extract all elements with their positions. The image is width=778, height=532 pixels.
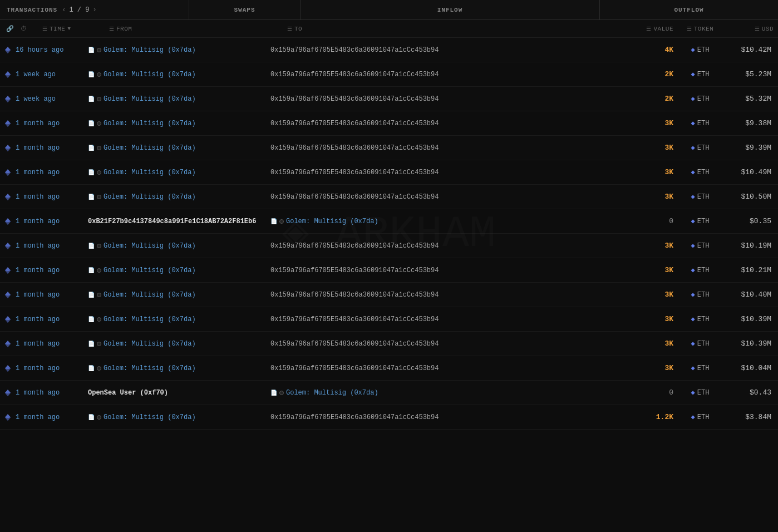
eth-token-icon: ◆ [691, 413, 695, 421]
value-amount: 3K [664, 144, 673, 152]
eth-chain-icon [0, 291, 16, 299]
transaction-token: ◆ ETH [678, 119, 722, 127]
doc-icon: 📄 [88, 71, 95, 78]
transaction-from[interactable]: 📄 Golem: Multisig (0x7da) [88, 120, 266, 127]
transaction-from[interactable]: 📄 Golem: Multisig (0x7da) [88, 169, 266, 176]
transaction-usd: $10.21M [722, 266, 778, 274]
transaction-token: ◆ ETH [678, 193, 722, 201]
transaction-to[interactable]: 0x159a796af6705E5483c6a36091047a1cCc453b… [266, 169, 639, 176]
time-subheader[interactable]: ☰ TIME ▼ [38, 26, 105, 32]
token-name: ETH [697, 267, 710, 274]
contract-dot [97, 415, 101, 420]
contract-dot [97, 48, 101, 52]
table-row[interactable]: 1 month ago OpenSea User (0xf70) 📄 Golem… [0, 381, 778, 405]
transaction-from[interactable]: 📄 Golem: Multisig (0x7da) [88, 193, 266, 201]
transaction-to[interactable]: 0x159a796af6705E5483c6a36091047a1cCc453b… [266, 144, 639, 152]
transaction-time[interactable]: 1 month ago [16, 291, 88, 299]
next-page-button[interactable]: › [92, 6, 96, 14]
transaction-to[interactable]: 0x159a796af6705E5483c6a36091047a1cCc453b… [266, 316, 639, 323]
transaction-value: 3K [639, 144, 678, 152]
transaction-time[interactable]: 1 month ago [16, 218, 88, 225]
table-row[interactable]: 1 month ago 📄 Golem: Multisig (0x7da) 0x… [0, 136, 778, 160]
transaction-time[interactable]: 1 month ago [16, 389, 88, 397]
table-row[interactable]: 1 month ago 📄 Golem: Multisig (0x7da) 0x… [0, 111, 778, 136]
transaction-usd: $9.39M [722, 144, 778, 152]
value-amount: 0 [669, 388, 673, 397]
table-row[interactable]: 1 month ago 📄 Golem: Multisig (0x7da) 0x… [0, 283, 778, 307]
transaction-time[interactable]: 1 month ago [16, 169, 88, 176]
transaction-time[interactable]: 1 month ago [16, 316, 88, 323]
transaction-time[interactable]: 1 month ago [16, 340, 88, 348]
value-subheader[interactable]: ☰ VALUE [633, 26, 678, 32]
transaction-from[interactable]: 📄 Golem: Multisig (0x7da) [88, 71, 266, 78]
table-row[interactable]: 1 month ago 0xB21F27b9c4137849c8a991Fe1C… [0, 209, 778, 234]
transaction-to[interactable]: 0x159a796af6705E5483c6a36091047a1cCc453b… [266, 242, 639, 250]
usd-value: $10.39M [741, 315, 771, 323]
transaction-from[interactable]: 📄 Golem: Multisig (0x7da) [88, 316, 266, 323]
table-row[interactable]: 1 month ago 📄 Golem: Multisig (0x7da) 0x… [0, 185, 778, 209]
transaction-time[interactable]: 1 month ago [16, 120, 88, 127]
token-subheader[interactable]: ☰ TOKEN [678, 26, 722, 32]
transaction-to[interactable]: 0x159a796af6705E5483c6a36091047a1cCc453b… [266, 340, 639, 348]
table-row[interactable]: 1 month ago 📄 Golem: Multisig (0x7da) 0x… [0, 405, 778, 430]
transaction-from[interactable]: OpenSea User (0xf70) [88, 389, 266, 397]
table-row[interactable]: 1 month ago 📄 Golem: Multisig (0x7da) 0x… [0, 307, 778, 332]
to-text: 0x159a796af6705E5483c6a36091047a1cCc453b… [270, 413, 439, 421]
transaction-from[interactable]: 📄 Golem: Multisig (0x7da) [88, 413, 266, 421]
from-text: Golem: Multisig (0x7da) [104, 267, 196, 274]
table-row[interactable]: 1 month ago 📄 Golem: Multisig (0x7da) 0x… [0, 356, 778, 381]
transaction-to[interactable]: 0x159a796af6705E5483c6a36091047a1cCc453b… [266, 120, 639, 127]
transaction-from[interactable]: 📄 Golem: Multisig (0x7da) [88, 95, 266, 103]
transaction-to[interactable]: 0x159a796af6705E5483c6a36091047a1cCc453b… [266, 364, 639, 372]
prev-page-button[interactable]: ‹ [62, 6, 66, 14]
eth-chain-icon [0, 267, 16, 274]
usd-subheader[interactable]: ☰ USD [722, 26, 778, 32]
transaction-from[interactable]: 📄 Golem: Multisig (0x7da) [88, 144, 266, 152]
transaction-to[interactable]: 0x159a796af6705E5483c6a36091047a1cCc453b… [266, 95, 639, 103]
to-text: 0x159a796af6705E5483c6a36091047a1cCc453b… [270, 71, 439, 78]
transaction-usd: $10.40M [722, 290, 778, 299]
table-row[interactable]: 1 month ago 📄 Golem: Multisig (0x7da) 0x… [0, 234, 778, 258]
transaction-time[interactable]: 1 month ago [16, 413, 88, 421]
transaction-from[interactable]: 📄 Golem: Multisig (0x7da) [88, 267, 266, 274]
transaction-to[interactable]: 0x159a796af6705E5483c6a36091047a1cCc453b… [266, 413, 639, 421]
to-subheader[interactable]: ☰ TO [283, 26, 633, 32]
transaction-time[interactable]: 1 week ago [16, 95, 88, 103]
transaction-from[interactable]: 📄 Golem: Multisig (0x7da) [88, 340, 266, 348]
transaction-usd: $9.38M [722, 119, 778, 127]
from-subheader[interactable]: ☰ FROM [105, 26, 283, 32]
transaction-to[interactable]: 0x159a796af6705E5483c6a36091047a1cCc453b… [266, 71, 639, 78]
transaction-to[interactable]: 0x159a796af6705E5483c6a36091047a1cCc453b… [266, 46, 639, 54]
transaction-from[interactable]: 📄 Golem: Multisig (0x7da) [88, 364, 266, 372]
doc-icon: 📄 [270, 218, 277, 225]
transaction-time[interactable]: 1 month ago [16, 193, 88, 201]
transaction-to[interactable]: 📄 Golem: Multisig (0x7da) [266, 389, 639, 397]
table-row[interactable]: 1 week ago 📄 Golem: Multisig (0x7da) 0x1… [0, 62, 778, 87]
table-row[interactable]: 1 month ago 📄 Golem: Multisig (0x7da) 0x… [0, 332, 778, 356]
transaction-to[interactable]: 0x159a796af6705E5483c6a36091047a1cCc453b… [266, 291, 639, 299]
transaction-time[interactable]: 1 month ago [16, 267, 88, 274]
usd-value: $5.32M [745, 95, 771, 103]
table-row[interactable]: 1 month ago 📄 Golem: Multisig (0x7da) 0x… [0, 258, 778, 283]
transaction-to[interactable]: 0x159a796af6705E5483c6a36091047a1cCc453b… [266, 193, 639, 201]
transaction-time[interactable]: 1 week ago [16, 71, 88, 78]
transaction-time[interactable]: 1 month ago [16, 144, 88, 152]
from-text: Golem: Multisig (0x7da) [104, 169, 196, 176]
transaction-from[interactable]: 📄 Golem: Multisig (0x7da) [88, 291, 266, 299]
transaction-time[interactable]: 1 month ago [16, 364, 88, 372]
table-row[interactable]: 1 month ago 📄 Golem: Multisig (0x7da) 0x… [0, 160, 778, 185]
transaction-time[interactable]: 1 month ago [16, 242, 88, 250]
transaction-to[interactable]: 📄 Golem: Multisig (0x7da) [266, 218, 639, 225]
transaction-time[interactable]: 16 hours ago [16, 46, 88, 54]
table-row[interactable]: 16 hours ago 📄 Golem: Multisig (0x7da) 0… [0, 38, 778, 62]
transaction-token: ◆ ETH [678, 217, 722, 225]
value-amount: 2K [664, 70, 673, 78]
transaction-to[interactable]: 0x159a796af6705E5483c6a36091047a1cCc453b… [266, 267, 639, 274]
transaction-from[interactable]: 📄 Golem: Multisig (0x7da) [88, 46, 266, 54]
transaction-from[interactable]: 0xB21F27b9c4137849c8a991Fe1C18AB72A2F81E… [88, 218, 266, 225]
transaction-from[interactable]: 📄 Golem: Multisig (0x7da) [88, 242, 266, 250]
token-filter-icon: ☰ [687, 26, 692, 32]
link-icon[interactable]: 🔗 [6, 25, 14, 32]
table-row[interactable]: 1 week ago 📄 Golem: Multisig (0x7da) 0x1… [0, 87, 778, 111]
usd-value: $0.43 [750, 388, 771, 397]
